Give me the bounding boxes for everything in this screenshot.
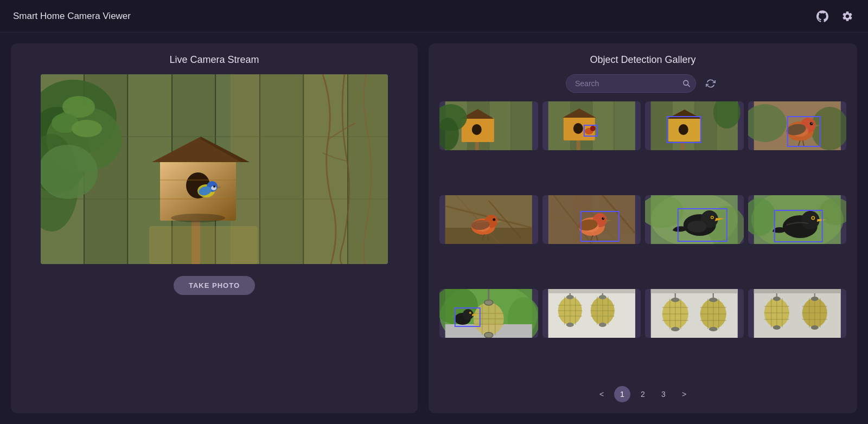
svg-point-211: [773, 297, 780, 301]
gallery-item[interactable]: [645, 101, 744, 150]
pagination: < 1 2 3 >: [439, 386, 846, 402]
svg-point-190: [671, 327, 680, 331]
svg-point-135: [812, 217, 814, 219]
gallery-item[interactable]: [748, 195, 847, 244]
svg-point-63: [573, 123, 583, 134]
svg-point-189: [671, 298, 680, 302]
camera-feed: [41, 74, 388, 264]
gallery-title: Object Detection Gallery: [439, 54, 846, 66]
app-title: Smart Home Camera Viewer: [13, 11, 131, 22]
gallery-item[interactable]: [645, 289, 744, 338]
gallery-grid: [439, 101, 846, 378]
svg-point-113: [602, 217, 604, 220]
svg-point-177: [598, 323, 606, 327]
gallery-item[interactable]: [542, 195, 641, 244]
search-row: [439, 74, 846, 93]
svg-point-212: [773, 325, 780, 330]
svg-point-154: [469, 312, 471, 314]
right-panel: Object Detection Gallery: [429, 43, 857, 413]
svg-rect-178: [548, 289, 635, 293]
pagination-page-2[interactable]: 2: [635, 386, 651, 402]
svg-point-65: [590, 126, 595, 131]
svg-point-167: [566, 323, 573, 327]
search-input[interactable]: [566, 74, 696, 93]
topbar-icons: [815, 9, 855, 24]
gallery-item[interactable]: [542, 289, 641, 338]
left-panel: Live Camera Stream: [11, 43, 418, 413]
svg-point-75: [679, 124, 688, 135]
gallery-item[interactable]: [439, 195, 538, 244]
search-icon: [682, 80, 691, 88]
svg-point-52: [472, 124, 482, 135]
svg-point-133: [801, 211, 819, 229]
svg-line-43: [687, 85, 690, 87]
svg-point-199: [709, 298, 718, 302]
svg-point-40: [171, 214, 225, 222]
gear-icon[interactable]: [840, 9, 855, 24]
take-photo-button[interactable]: TAKE PHOTO: [174, 276, 255, 295]
svg-point-221: [810, 297, 818, 301]
live-camera-title: Live Camera Stream: [169, 54, 259, 66]
svg-point-114: [603, 217, 604, 219]
svg-point-124: [687, 221, 707, 233]
search-icon-button[interactable]: [682, 80, 691, 88]
pagination-next[interactable]: >: [676, 386, 692, 402]
search-input-wrap: [566, 74, 696, 93]
svg-point-176: [598, 295, 606, 299]
gallery-item[interactable]: [439, 101, 538, 150]
main-content: Live Camera Stream: [0, 33, 868, 424]
github-icon[interactable]: [815, 9, 830, 24]
pagination-prev[interactable]: <: [593, 386, 610, 402]
svg-point-22: [41, 145, 98, 199]
gallery-item[interactable]: [439, 289, 538, 338]
svg-rect-180: [651, 289, 738, 293]
svg-point-166: [566, 295, 573, 299]
svg-point-126: [711, 217, 713, 219]
svg-point-87: [811, 123, 812, 124]
svg-rect-202: [754, 289, 840, 293]
gallery-item[interactable]: [748, 289, 847, 338]
svg-point-86: [809, 122, 813, 125]
gallery-item[interactable]: [542, 101, 641, 150]
svg-point-222: [810, 325, 818, 330]
topbar: Smart Home Camera Viewer: [0, 0, 868, 33]
svg-rect-59: [614, 101, 635, 150]
svg-rect-41: [149, 226, 258, 264]
svg-point-200: [709, 327, 718, 331]
gallery-item[interactable]: [748, 101, 847, 150]
svg-point-36: [213, 185, 215, 188]
camera-scene: [41, 74, 388, 264]
pagination-page-1[interactable]: 1: [614, 386, 630, 402]
svg-point-25: [72, 120, 102, 137]
pagination-page-3[interactable]: 3: [655, 386, 672, 402]
refresh-icon: [706, 79, 716, 88]
svg-rect-48: [512, 101, 532, 150]
svg-point-153: [463, 309, 474, 320]
refresh-button[interactable]: [701, 74, 720, 93]
svg-point-101: [493, 219, 495, 221]
svg-point-150: [484, 332, 493, 338]
gallery-item[interactable]: [645, 195, 744, 244]
svg-point-42: [684, 80, 688, 85]
